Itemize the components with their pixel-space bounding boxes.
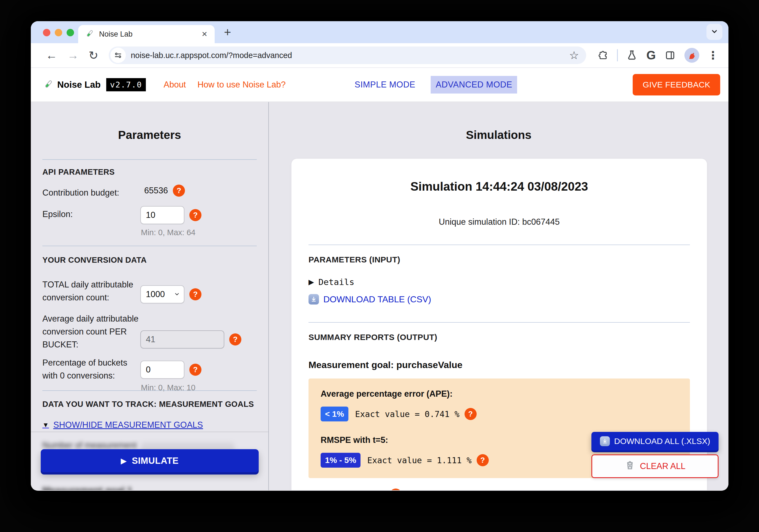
forward-icon[interactable]: →	[67, 49, 79, 62]
url-text[interactable]: noise-lab.uc.r.appspot.com/?mode=advance…	[131, 51, 569, 60]
divider	[308, 245, 690, 245]
total-conversion-label: TOTAL daily attributable conversion coun…	[42, 278, 139, 304]
contribution-budget-label: Contribution budget:	[42, 186, 139, 199]
advanced-mode-link[interactable]: ADVANCED MODE	[431, 76, 517, 94]
version-badge: v2.7.0	[106, 78, 146, 91]
about-link[interactable]: About	[163, 80, 186, 90]
ape-label: Average percentage error (APE):	[321, 389, 678, 399]
play-icon: ▶	[121, 456, 127, 466]
trash-icon	[624, 460, 635, 473]
avg-per-bucket-input	[140, 330, 224, 349]
simulation-heading: Simulation 14:44:24 03/08/2023	[308, 180, 690, 193]
traffic-lights	[43, 29, 74, 36]
parameters-panel: Parameters API PARAMETERS Contribution b…	[31, 102, 269, 490]
conversion-data-heading: YOUR CONVERSION DATA	[42, 255, 147, 265]
zero-conversion-buckets-label: Percentage of buckets with 0 conversions…	[42, 356, 139, 382]
simple-mode-link[interactable]: SIMPLE MODE	[354, 80, 415, 90]
page-content: Parameters API PARAMETERS Contribution b…	[31, 102, 729, 490]
tab-strip: Noise Lab ✕ +	[31, 21, 729, 43]
rmspe-help-icon[interactable]: ?	[477, 454, 489, 466]
details-of-data-help-icon[interactable]: ?	[390, 488, 402, 490]
google-g-icon[interactable]: G	[647, 49, 656, 62]
details-of-data-label: Details of the data:	[308, 490, 385, 490]
contribution-budget-help-icon[interactable]: ?	[173, 185, 185, 197]
profile-avatar[interactable]	[684, 48, 699, 63]
toolbar-separator	[617, 49, 618, 61]
ape-exact-value: Exact value = 0.741 %	[355, 409, 459, 419]
give-feedback-button[interactable]: GIVE FEEDBACK	[633, 74, 720, 95]
zero-conversion-buckets-help-icon[interactable]: ?	[189, 364, 201, 376]
triangle-right-icon: ▶	[308, 278, 314, 286]
parameters-input-heading: PARAMETERS (INPUT)	[308, 255, 690, 264]
how-to-use-link[interactable]: How to use Noise Lab?	[197, 80, 286, 90]
noise-lab-logo-icon	[44, 79, 54, 90]
back-icon[interactable]: ←	[46, 49, 57, 62]
browser-toolbar: ← → ↻ noise-lab.uc.r.appspot.com/?mode=a…	[31, 43, 729, 68]
app-header: Noise Lab v2.7.0 About How to use Noise …	[31, 68, 729, 102]
tab-close-icon[interactable]: ✕	[201, 30, 208, 39]
blurred-text: Measurement goal 1	[42, 485, 132, 490]
avg-per-bucket-help-icon[interactable]: ?	[229, 333, 241, 346]
new-tab-button[interactable]: +	[224, 24, 231, 40]
download-all-button[interactable]: DOWNLOAD ALL (.XLSX)	[591, 432, 719, 451]
reload-icon[interactable]: ↻	[89, 49, 98, 62]
rmspe-badge: 1% - 5%	[321, 453, 361, 468]
simulate-button[interactable]: ▶ SIMULATE	[41, 449, 259, 472]
avg-per-bucket-label: Average daily attributable conversion co…	[42, 312, 139, 351]
download-icon	[308, 294, 319, 305]
divider	[31, 432, 268, 432]
lab-flask-icon[interactable]	[626, 50, 638, 61]
divider	[42, 390, 257, 391]
download-table-csv-link[interactable]: DOWNLOAD TABLE (CSV)	[308, 294, 431, 305]
divider	[42, 246, 257, 246]
browser-tab[interactable]: Noise Lab ✕	[78, 25, 215, 43]
side-panel-icon[interactable]	[664, 50, 676, 61]
download-icon	[600, 436, 610, 446]
epsilon-input[interactable]	[140, 206, 184, 224]
tab-title: Noise Lab	[99, 30, 196, 39]
measurement-goals-heading: DATA YOU WANT TO TRACK: MEASUREMENT GOAL…	[42, 400, 254, 409]
ape-help-icon[interactable]: ?	[464, 408, 477, 420]
clear-all-button[interactable]: CLEAR ALL	[591, 454, 719, 478]
measurement-goal-heading: Measurement goal: purchaseValue	[308, 360, 690, 370]
simulations-panel: Simulations Simulation 14:44:24 03/08/20…	[269, 102, 729, 490]
blurred-text: Number of measurement	[42, 440, 137, 450]
minimize-window-button[interactable]	[55, 29, 62, 36]
zero-conversion-buckets-input[interactable]	[140, 361, 184, 379]
select-chevron-icon	[174, 289, 180, 299]
rmspe-exact-value: Exact value = 1.111 %	[367, 456, 471, 465]
summary-reports-heading: SUMMARY REPORTS (OUTPUT)	[308, 332, 690, 342]
contribution-budget-value: 65536	[140, 186, 168, 196]
epsilon-help-icon[interactable]: ?	[189, 209, 201, 221]
app-title: Noise Lab	[57, 80, 101, 90]
tab-search-chevron-button[interactable]	[706, 24, 722, 40]
browser-window: Noise Lab ✕ + ← → ↻ noise-lab.uc.r.appsp…	[31, 21, 729, 491]
total-conversion-help-icon[interactable]: ?	[189, 288, 201, 300]
api-parameters-heading: API PARAMETERS	[42, 168, 115, 176]
simulations-title: Simulations	[269, 129, 729, 142]
zero-conversion-buckets-hint: Min: 0, Max: 10	[141, 383, 195, 392]
close-window-button[interactable]	[43, 29, 50, 36]
triangle-down-icon: ▼	[42, 421, 49, 429]
epsilon-hint: Min: 0, Max: 64	[141, 228, 195, 237]
chevron-down-icon	[710, 27, 719, 37]
details-disclosure[interactable]: ▶ Details	[308, 277, 690, 287]
show-hide-goals-toggle[interactable]: ▼ SHOW/HIDE MEASUREMENT GOALS	[42, 420, 203, 430]
bookmark-star-icon[interactable]: ☆	[569, 49, 579, 61]
ape-badge: < 1%	[321, 406, 348, 421]
site-settings-icon[interactable]	[110, 48, 126, 63]
browser-menu-icon[interactable]: ⋮	[707, 49, 719, 61]
maximize-window-button[interactable]	[66, 29, 74, 36]
divider	[42, 159, 257, 160]
simulation-id: Unique simulation ID: bc067445	[308, 217, 690, 227]
address-bar[interactable]: noise-lab.uc.r.appspot.com/?mode=advance…	[109, 47, 586, 64]
extensions-icon[interactable]	[598, 50, 609, 61]
epsilon-label: Epsilon:	[42, 208, 139, 221]
total-conversion-select[interactable]: 1000	[140, 285, 184, 303]
tab-favicon-testtube-icon	[85, 29, 94, 39]
parameters-title: Parameters	[31, 129, 268, 142]
divider	[308, 322, 690, 323]
